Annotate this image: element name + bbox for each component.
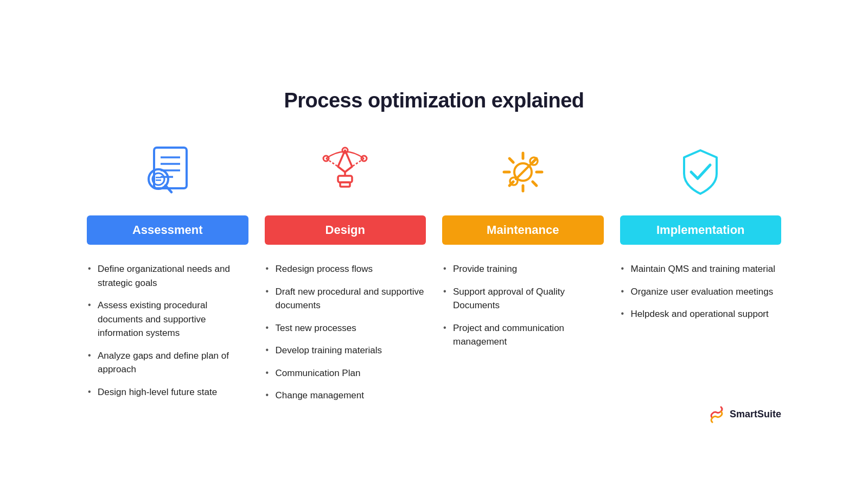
assessment-list: Define organizational needs and strategi… — [87, 258, 248, 403]
maintenance-list: Provide training Support approval of Qua… — [442, 258, 604, 353]
list-item: Helpdesk and operational support — [620, 303, 782, 326]
list-item: Draft new procedural and supportive docu… — [265, 281, 426, 317]
design-list: Redesign process flows Draft new procedu… — [265, 258, 426, 407]
svg-line-17 — [326, 158, 338, 167]
assessment-icon — [138, 142, 197, 202]
svg-rect-13 — [340, 182, 350, 187]
assessment-header: Assessment — [87, 215, 248, 245]
page-container: Process optimization explained — [54, 67, 814, 429]
list-item: Communication Plan — [265, 362, 426, 385]
list-item: Assess existing procedural documents and… — [87, 294, 248, 345]
list-item: Define organizational needs and strategi… — [87, 258, 248, 294]
page-title: Process optimization explained — [87, 89, 781, 112]
design-header: Design — [265, 215, 426, 245]
maintenance-header: Maintenance — [442, 215, 604, 245]
design-icon-area — [315, 139, 375, 205]
implementation-icon-area — [671, 139, 730, 205]
implementation-list: Maintain QMS and training material Organ… — [620, 258, 782, 326]
logo-text: SmartSuite — [730, 409, 781, 420]
maintenance-icon — [493, 142, 553, 202]
list-item: Project and communication management — [442, 317, 604, 353]
list-item: Organize user evaluation meetings — [620, 281, 782, 303]
implementation-header: Implementation — [620, 215, 782, 245]
smartsuite-logo-icon — [708, 406, 725, 423]
design-icon — [315, 142, 375, 202]
list-item: Analyze gaps and define plan of approach — [87, 345, 248, 381]
svg-rect-0 — [154, 148, 187, 188]
svg-rect-12 — [338, 176, 352, 182]
list-item: Develop training materials — [265, 339, 426, 362]
columns-container: Assessment Define organizational needs a… — [87, 139, 781, 407]
svg-line-25 — [509, 158, 513, 162]
maintenance-icon-area — [493, 139, 553, 205]
logo-area: SmartSuite — [708, 406, 781, 423]
list-item: Support approval of Quality Documents — [442, 281, 604, 317]
svg-line-18 — [352, 158, 364, 167]
column-assessment: Assessment Define organizational needs a… — [87, 139, 248, 403]
column-implementation: Implementation Maintain QMS and training… — [620, 139, 782, 326]
list-item: Design high-level future state — [87, 381, 248, 404]
list-item: Redesign process flows — [265, 258, 426, 281]
list-item: Maintain QMS and training material — [620, 258, 782, 281]
list-item: Provide training — [442, 258, 604, 281]
svg-line-26 — [533, 182, 537, 186]
list-item: Test new processes — [265, 317, 426, 340]
assessment-icon-area — [138, 139, 197, 205]
implementation-icon — [671, 142, 730, 202]
column-design: Design Redesign process flows Draft new … — [265, 139, 426, 407]
list-item: Change management — [265, 384, 426, 407]
column-maintenance: Maintenance Provide training Support app… — [442, 139, 604, 353]
